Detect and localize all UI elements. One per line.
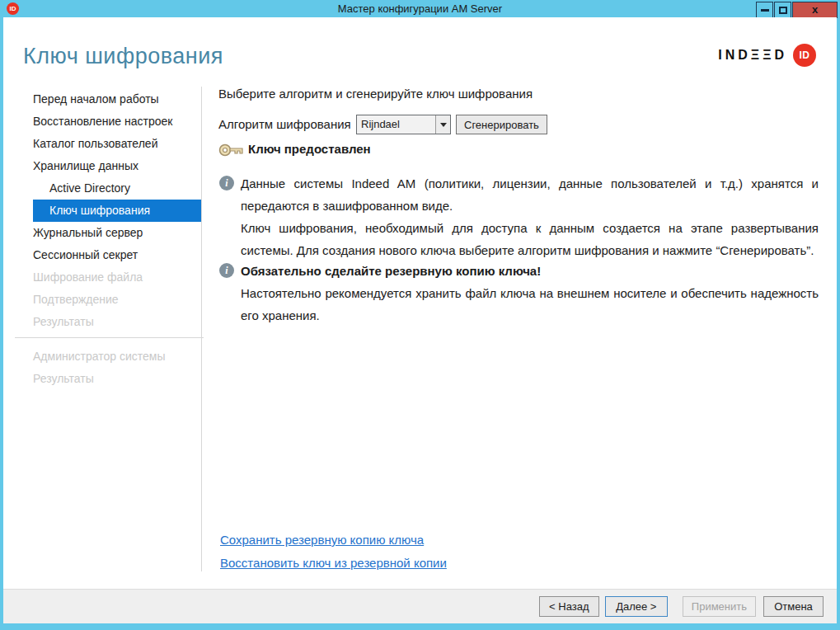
wizard-steps-list-secondary: Администратор системыРезультаты [33, 346, 201, 390]
window-body: Ключ шифрования INDΞΞD ID Перед началом … [3, 17, 837, 623]
step-heading: Выберите алгоритм и сгенерируйте ключ ши… [218, 87, 533, 101]
combo-dropdown-button[interactable] [435, 115, 450, 134]
sidebar-item[interactable]: Каталог пользователей [33, 133, 201, 155]
footer-bar: < Назад Далее > Применить Отмена [3, 589, 837, 623]
info-block-backup: i Обязательно сделайте резервную копию к… [218, 260, 821, 327]
minimize-button[interactable] [756, 2, 773, 18]
back-button[interactable]: < Назад [539, 596, 599, 617]
cancel-button[interactable]: Отмена [763, 596, 824, 617]
wizard-window: { "window": { "title": "Мастер конфигура… [0, 0, 840, 630]
maximize-icon [779, 7, 787, 14]
sidebar-item[interactable]: Ключ шифрования [33, 200, 201, 222]
sidebar-item: Результаты [33, 311, 201, 333]
sidebar-item[interactable]: Перед началом работы [33, 88, 201, 110]
sidebar-item[interactable]: Восстановление настроек [33, 110, 201, 133]
restore-key-link[interactable]: Восстановить ключ из резервной копии [220, 556, 447, 570]
backup-warning-title: Обязательно сделайте резервную копию клю… [241, 260, 819, 282]
sidebar-item[interactable]: Сессионный секрет [33, 244, 201, 266]
info-paragraph: Данные системы Indeed AM (политики, лице… [241, 172, 819, 217]
minimize-icon [761, 9, 769, 12]
sidebar-item[interactable]: Хранилище данных [33, 155, 201, 177]
sidebar-item: Подтверждение [33, 289, 201, 311]
sidebar-item[interactable]: Журнальный сервер [33, 222, 201, 244]
titlebar: ID Мастер конфигурации AM Server x [0, 0, 840, 17]
wizard-steps-list: Перед началом работыВосстановление настр… [33, 88, 201, 333]
sidebar-item: Шифрование файла [33, 266, 201, 289]
logo-wordmark: INDΞΞD [718, 48, 787, 63]
logo-id-badge: ID [793, 44, 816, 67]
algorithm-label: Алгоритм шифрования [218, 115, 351, 134]
window-controls: x [756, 2, 838, 18]
indeed-id-logo: INDΞΞD ID [718, 44, 816, 67]
sidebar-item: Результаты [33, 368, 201, 390]
sidebar-item[interactable]: Active Directory [33, 177, 201, 200]
key-icon [218, 143, 244, 162]
apply-button: Применить [683, 596, 756, 617]
info-icon: i [219, 176, 234, 190]
algorithm-select[interactable]: Rijndael [356, 115, 451, 134]
page-title: Ключ шифрования [23, 44, 223, 69]
chevron-down-icon [440, 123, 447, 127]
window-title: Мастер конфигурации AM Server [0, 0, 840, 17]
info-block-storage: i Данные системы Indeed AM (политики, ли… [218, 172, 821, 261]
app-icon: ID [7, 2, 19, 15]
algorithm-row: Алгоритм шифрования Rijndael Сгенерирова… [218, 115, 821, 134]
generate-button[interactable]: Сгенерировать [456, 115, 547, 134]
close-icon: x [812, 2, 818, 17]
next-button[interactable]: Далее > [605, 596, 668, 617]
key-status-text: Ключ предоставлен [248, 141, 371, 158]
sidebar-divider [15, 337, 204, 338]
close-button[interactable]: x [792, 2, 838, 18]
info-paragraph: Ключ шифрования, необходимый для доступа… [241, 217, 819, 261]
info-paragraph: Настоятельно рекомендуется хранить файл … [241, 282, 819, 327]
sidebar-item: Администратор системы [33, 346, 201, 368]
maximize-button[interactable] [774, 2, 791, 18]
algorithm-selected-value: Rijndael [357, 115, 435, 134]
sidebar-vertical-separator [201, 87, 202, 571]
save-backup-link[interactable]: Сохранить резервную копию ключа [220, 533, 424, 547]
info-icon: i [219, 263, 234, 278]
